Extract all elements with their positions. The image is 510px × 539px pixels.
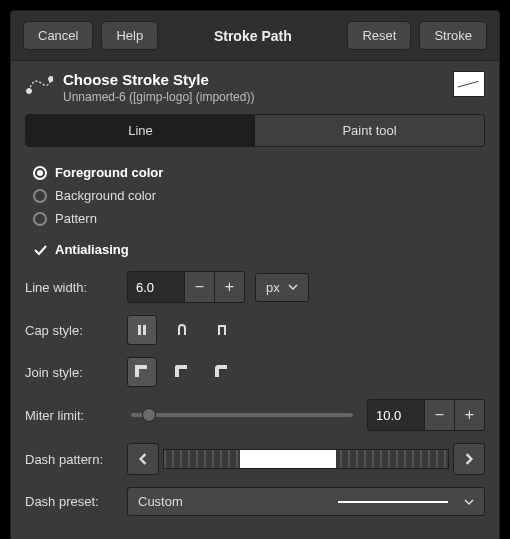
- radio-label: Foreground color: [55, 165, 163, 180]
- path-icon: [25, 71, 53, 99]
- stroke-source-group: Foreground color Background color Patter…: [25, 157, 485, 234]
- radio-dot-icon: [33, 166, 47, 180]
- chevron-down-icon: [288, 282, 298, 292]
- line-width-unit-select[interactable]: px: [255, 273, 309, 302]
- cap-butt-icon: [133, 321, 151, 339]
- cap-butt-button[interactable]: [127, 315, 157, 345]
- chevron-down-icon: [464, 497, 474, 507]
- cap-style-label: Cap style:: [25, 323, 117, 338]
- dash-preset-value: Custom: [138, 494, 183, 509]
- cap-round-button[interactable]: [167, 315, 197, 345]
- svg-rect-2: [138, 325, 141, 335]
- svg-rect-3: [143, 325, 146, 335]
- preview-thumbnail: [453, 71, 485, 97]
- line-width-decrement[interactable]: −: [184, 272, 214, 302]
- header-title: Choose Stroke Style: [63, 71, 254, 88]
- checkmark-icon: [33, 243, 47, 257]
- unit-value: px: [266, 280, 280, 295]
- dialog-title: Stroke Path: [166, 28, 339, 44]
- radio-label: Pattern: [55, 211, 97, 226]
- stroke-button[interactable]: Stroke: [419, 21, 487, 50]
- titlebar: Cancel Help Stroke Path Reset Stroke: [11, 11, 499, 61]
- join-round-icon: [173, 363, 191, 381]
- dash-pattern-editor[interactable]: [163, 449, 449, 469]
- tab-line[interactable]: Line: [26, 115, 255, 146]
- miter-limit-decrement[interactable]: −: [424, 400, 454, 430]
- svg-point-0: [27, 89, 32, 94]
- cap-square-button[interactable]: [207, 315, 237, 345]
- dash-preset-label: Dash preset:: [25, 494, 117, 509]
- radio-dot-icon: [33, 212, 47, 226]
- miter-limit-input[interactable]: [368, 402, 424, 429]
- dash-preset-preview: [338, 501, 448, 503]
- dash-scroll-left-button[interactable]: [127, 443, 159, 475]
- join-style-label: Join style:: [25, 365, 117, 380]
- dash-pattern-label: Dash pattern:: [25, 452, 117, 467]
- help-button[interactable]: Help: [101, 21, 158, 50]
- stroke-path-dialog: Cancel Help Stroke Path Reset Stroke Cho…: [10, 10, 500, 539]
- radio-foreground-color[interactable]: Foreground color: [33, 161, 477, 184]
- line-width-label: Line width:: [25, 280, 117, 295]
- antialiasing-checkbox[interactable]: Antialiasing: [33, 238, 477, 261]
- cap-style-group: [127, 315, 237, 345]
- chevron-left-icon: [137, 453, 149, 465]
- miter-limit-label: Miter limit:: [25, 408, 117, 423]
- join-miter-button[interactable]: [127, 357, 157, 387]
- radio-background-color[interactable]: Background color: [33, 184, 477, 207]
- slider-thumb[interactable]: [142, 408, 156, 422]
- stroke-type-tabs: Line Paint tool: [25, 114, 485, 147]
- radio-dot-icon: [33, 189, 47, 203]
- join-bevel-button[interactable]: [207, 357, 237, 387]
- dash-scroll-right-button[interactable]: [453, 443, 485, 475]
- tab-paint-tool[interactable]: Paint tool: [255, 115, 484, 146]
- svg-point-1: [49, 77, 54, 82]
- line-width-field: − +: [127, 271, 245, 303]
- dash-preset-select[interactable]: Custom: [127, 487, 485, 516]
- miter-limit-slider[interactable]: [131, 413, 353, 417]
- checkbox-label: Antialiasing: [55, 242, 129, 257]
- dialog-content: Choose Stroke Style Unnamed-6 ([gimp-log…: [11, 61, 499, 539]
- cancel-button[interactable]: Cancel: [23, 21, 93, 50]
- join-style-group: [127, 357, 237, 387]
- join-round-button[interactable]: [167, 357, 197, 387]
- line-width-increment[interactable]: +: [214, 272, 244, 302]
- line-width-input[interactable]: [128, 274, 184, 301]
- cap-square-icon: [213, 321, 231, 339]
- radio-label: Background color: [55, 188, 156, 203]
- join-bevel-icon: [213, 363, 231, 381]
- join-miter-icon: [133, 363, 151, 381]
- cap-round-icon: [173, 321, 191, 339]
- chevron-right-icon: [463, 453, 475, 465]
- miter-limit-field: − +: [367, 399, 485, 431]
- radio-pattern[interactable]: Pattern: [33, 207, 477, 230]
- reset-button[interactable]: Reset: [347, 21, 411, 50]
- header-subtitle: Unnamed-6 ([gimp-logo] (imported)): [63, 90, 254, 104]
- miter-limit-increment[interactable]: +: [454, 400, 484, 430]
